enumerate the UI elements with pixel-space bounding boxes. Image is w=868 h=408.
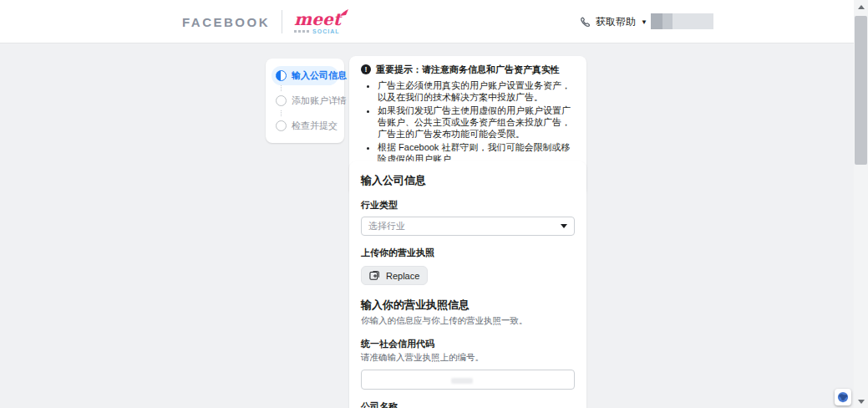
notice-bullet: 如果我们发现广告主使用虚假的用户账户设置广告账户、公共主页或业务资产组合来投放广…	[378, 105, 575, 140]
replace-image-icon	[369, 270, 381, 281]
form-title: 输入公司信息	[361, 173, 575, 188]
logo-flick-icon	[340, 9, 348, 17]
step-label: 输入公司信息	[292, 69, 347, 82]
meetsocial-script: meet	[294, 9, 341, 29]
stepper-item-company-info[interactable]: 输入公司信息	[272, 66, 338, 85]
logo-group: FACEBOOK meet SOCIAL	[182, 0, 341, 43]
industry-type-label: 行业类型	[361, 199, 575, 212]
credit-code-help: 请准确输入营业执照上的编号。	[361, 352, 575, 364]
industry-select-placeholder: 选择行业	[368, 220, 405, 232]
company-info-form: 输入公司信息 行业类型 选择行业 上传你的营业执照 Replace 输入你的营业…	[349, 161, 586, 408]
language-globe-button[interactable]	[835, 389, 851, 405]
phone-icon	[580, 17, 591, 28]
step-label: 检查并提交	[292, 120, 338, 132]
get-help-label: 获取帮助	[596, 15, 636, 29]
stepper-item-review-submit[interactable]: 检查并提交	[272, 116, 338, 135]
meetsocial-social-label: SOCIAL	[312, 28, 339, 34]
chevron-down-icon: ▼	[641, 18, 647, 26]
upload-license-label: 上传你的营业执照	[361, 247, 575, 259]
credit-code-label: 统一社会信用代码	[361, 338, 575, 350]
credit-code-input[interactable]	[361, 370, 575, 390]
scrollbar-thumb[interactable]	[855, 16, 867, 165]
step-connector	[281, 85, 338, 91]
scroll-up-button[interactable]	[854, 0, 868, 13]
logo-cn-marks	[294, 30, 309, 33]
logo-divider	[282, 10, 282, 33]
chevron-down-icon	[561, 224, 567, 228]
step-label: 添加账户详情	[292, 94, 347, 107]
step-connector	[281, 110, 338, 116]
replace-button-label: Replace	[386, 271, 419, 281]
scroll-up-icon	[858, 5, 865, 9]
info-exclamation-icon: !	[361, 64, 371, 74]
facebook-logo: FACEBOOK	[182, 15, 270, 29]
license-info-subtitle: 你输入的信息应与你上传的营业执照一致。	[361, 315, 575, 327]
notice-title: 重要提示：请注意商务信息和广告资产真实性	[376, 64, 560, 75]
scroll-down-icon	[858, 400, 865, 404]
get-help-menu[interactable]: 获取帮助 ▼	[580, 0, 647, 43]
license-info-title: 输入你的营业执照信息	[361, 298, 575, 313]
step-empty-icon	[276, 120, 287, 131]
notice-bullet: 广告主必须使用真实的用户账户设置业务资产，以及在我们的技术解决方案中投放广告。	[378, 79, 575, 103]
scroll-down-button[interactable]	[854, 395, 868, 408]
step-empty-icon	[276, 95, 287, 106]
progress-stepper: 输入公司信息 添加账户详情 检查并提交	[266, 59, 344, 143]
globe-icon	[837, 391, 849, 403]
vertical-scrollbar[interactable]	[854, 0, 868, 408]
step-progress-icon	[276, 70, 287, 81]
stepper-item-account-details[interactable]: 添加账户详情	[272, 91, 338, 110]
user-account-redacted[interactable]	[651, 13, 713, 29]
top-header: FACEBOOK meet SOCIAL 获取帮助 ▼	[0, 0, 854, 43]
company-name-label: 公司名称	[361, 400, 575, 408]
replace-license-button[interactable]: Replace	[361, 266, 428, 285]
notice-bullet-list: 广告主必须使用真实的用户账户设置业务资产，以及在我们的技术解决方案中投放广告。 …	[378, 79, 575, 165]
industry-select[interactable]: 选择行业	[361, 217, 575, 236]
redacted-value	[451, 378, 473, 384]
meetsocial-logo: meet SOCIAL	[294, 9, 341, 34]
